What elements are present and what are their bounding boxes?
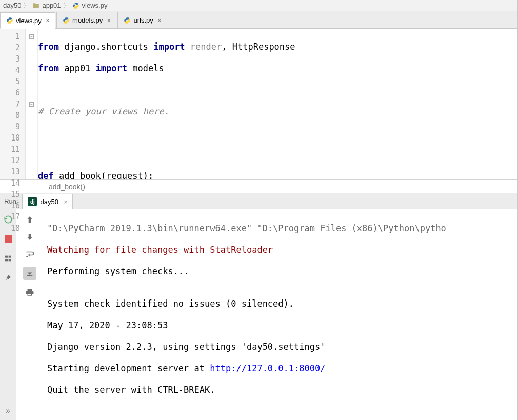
close-icon[interactable]: × [107,17,111,24]
editor-tabs: views.py × models.py × urls.py × [0,11,517,29]
python-file-icon [62,16,70,25]
tab-label: views.py [16,17,42,25]
print-icon[interactable] [25,287,35,297]
line-gutter: 123456789101112131415161718 [0,29,26,179]
breadcrumb-sep: 〉 [63,1,70,10]
console-output[interactable]: "D:\PyCharm 2019.1.3\bin\runnerw64.exe" … [43,209,517,420]
more-icon[interactable]: » [3,406,13,416]
svg-rect-1 [5,256,8,258]
run-tab-label: day50 [40,198,58,206]
close-icon[interactable]: × [157,17,162,24]
code-area[interactable]: from django.shortcuts import render, Htt… [38,29,517,179]
tab-label: models.py [72,16,103,24]
server-url-link[interactable]: http://127.0.0.1:8000/ [210,363,325,373]
svg-rect-0 [5,235,12,243]
svg-rect-5 [27,275,32,276]
close-icon[interactable]: × [64,198,68,206]
tab-models[interactable]: models.py × [56,12,116,28]
python-file-icon [123,16,131,25]
pin-icon[interactable] [3,273,13,283]
breadcrumb-sep: 〉 [23,1,30,10]
python-file-icon [72,2,80,10]
run-toolwindow: » "D:\PyCharm 2019.1.3\bin\runnerw64.exe… [0,209,517,420]
svg-rect-2 [8,256,11,258]
svg-rect-3 [5,259,8,261]
svg-rect-4 [8,259,11,261]
stop-icon[interactable] [3,234,13,244]
code-editor[interactable]: 123456789101112131415161718 − − from dja… [0,29,517,179]
breadcrumb-item[interactable]: views.py [82,2,108,9]
breadcrumb-item[interactable]: day50 [3,2,21,9]
close-icon[interactable]: × [46,17,50,24]
fold-column: − − [26,29,38,179]
scroll-to-end-icon[interactable] [23,267,36,280]
django-icon: dj [28,197,37,206]
context-info: add_book() [0,179,517,193]
tab-urls[interactable]: urls.py × [117,12,167,28]
folder-icon [32,2,40,10]
soft-wrap-icon[interactable] [25,249,35,259]
run-tab-day50[interactable]: dj day50 × [22,194,73,209]
python-file-icon [6,16,14,25]
tab-label: urls.py [133,16,153,24]
tab-views[interactable]: views.py × [0,12,55,29]
layout-icon[interactable] [3,253,13,264]
breadcrumb-item[interactable]: app01 [42,2,61,9]
fold-icon[interactable]: − [29,102,34,107]
run-side-toolbar [16,209,43,420]
run-toolwindow-header: Run: dj day50 × [0,193,517,209]
breadcrumb: day50 〉 app01 〉 views.py [0,0,517,11]
fold-icon[interactable]: − [29,34,34,39]
run-left-toolbar: » [0,209,16,420]
